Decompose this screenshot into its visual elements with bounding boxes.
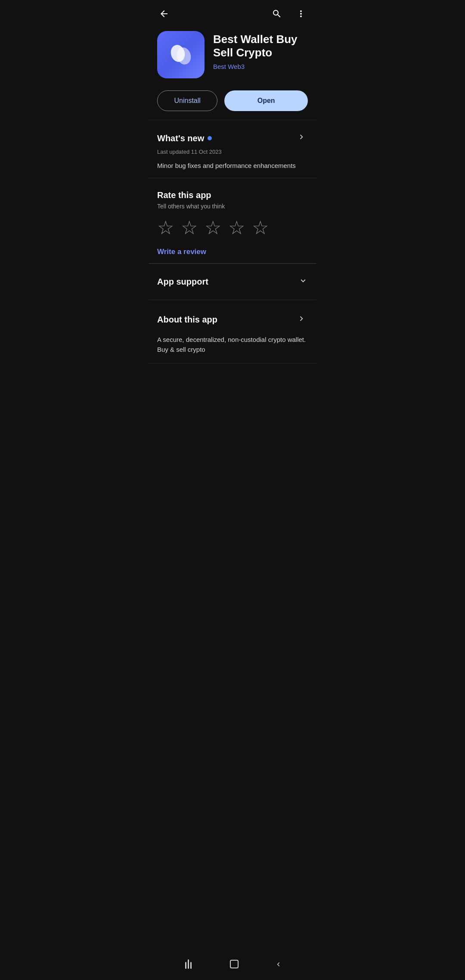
star-2[interactable]: ☆ [181, 218, 198, 237]
app-header: Best Wallet Buy Sell Crypto Best Web3 [149, 24, 316, 87]
last-updated: Last updated 11 Oct 2023 [157, 149, 308, 155]
open-button[interactable]: Open [224, 90, 308, 111]
search-button[interactable] [270, 7, 284, 21]
whats-new-title: What's new [157, 133, 204, 143]
whats-new-header: What's new [157, 130, 308, 146]
star-1[interactable]: ☆ [157, 218, 174, 237]
about-section: About this app A secure, decentralized, … [149, 300, 316, 364]
bottom-spacer [149, 363, 316, 398]
app-support-section[interactable]: App support [149, 264, 316, 300]
top-bar [149, 0, 316, 24]
star-5[interactable]: ☆ [252, 218, 269, 237]
back-button[interactable] [157, 7, 171, 21]
chevron-down-icon [298, 276, 308, 288]
rate-title: Rate this app [157, 190, 308, 200]
star-4[interactable]: ☆ [228, 218, 245, 237]
app-title: Best Wallet Buy Sell Crypto [213, 33, 308, 59]
app-icon [157, 31, 205, 78]
stars-row: ☆ ☆ ☆ ☆ ☆ [157, 218, 308, 237]
rate-subtitle: Tell others what you think [157, 203, 308, 210]
app-support-title: App support [157, 277, 208, 287]
about-arrow-button[interactable] [295, 312, 308, 328]
whats-new-arrow-button[interactable] [295, 130, 308, 146]
more-options-button[interactable] [294, 7, 308, 21]
rate-section: Rate this app Tell others what you think… [149, 178, 316, 263]
star-3[interactable]: ☆ [205, 218, 221, 237]
action-buttons: Uninstall Open [149, 87, 316, 120]
write-review-button[interactable]: Write a review [157, 248, 206, 256]
whats-new-title-row: What's new [157, 133, 212, 143]
blue-dot-indicator [208, 136, 212, 140]
app-developer[interactable]: Best Web3 [213, 63, 308, 70]
about-description: A secure, decentralized, non-custodial c… [157, 335, 308, 355]
whats-new-section: What's new Last updated 11 Oct 2023 Mino… [149, 120, 316, 178]
app-info: Best Wallet Buy Sell Crypto Best Web3 [213, 31, 308, 70]
uninstall-button[interactable]: Uninstall [157, 90, 217, 111]
about-title: About this app [157, 315, 217, 325]
about-header: About this app [157, 312, 308, 328]
top-bar-actions [270, 7, 308, 21]
update-description: Minor bug fixes and performance enhancem… [157, 161, 308, 171]
